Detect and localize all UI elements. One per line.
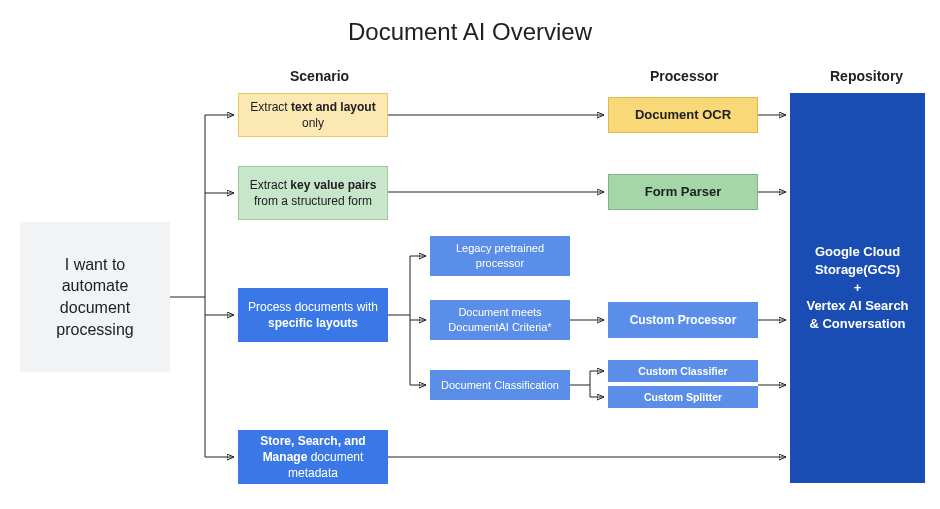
processor-classifier: Custom Classifier	[608, 360, 758, 382]
header-scenario: Scenario	[290, 68, 349, 84]
processor-ocr: Document OCR	[608, 97, 758, 133]
header-repository: Repository	[830, 68, 903, 84]
repository-box: Google Cloud Storage(GCS) + Vertex AI Se…	[790, 93, 925, 483]
processor-custom: Custom Processor	[608, 302, 758, 338]
processor-form: Form Parser	[608, 174, 758, 210]
sub-classification: Document Classification	[430, 370, 570, 400]
processor-splitter: Custom Splitter	[608, 386, 758, 408]
sub-criteria: Document meets DocumentAI Criteria*	[430, 300, 570, 340]
page-title: Document AI Overview	[0, 18, 940, 46]
scenario-key-value: Extract key value pairs from a structure…	[238, 166, 388, 220]
scenario-specific-layouts: Process documents with specific layouts	[238, 288, 388, 342]
header-processor: Processor	[650, 68, 718, 84]
scenario-text-layout: Extract text and layout only	[238, 93, 388, 137]
start-box: I want to automate document processing	[20, 222, 170, 372]
scenario-store-manage: Store, Search, and Manage document metad…	[238, 430, 388, 484]
sub-legacy: Legacy pretrained processor	[430, 236, 570, 276]
